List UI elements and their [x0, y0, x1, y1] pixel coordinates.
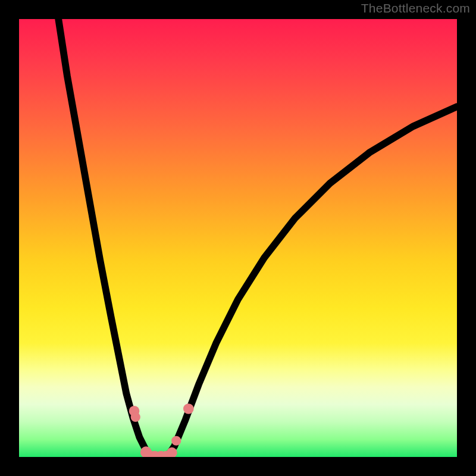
marker-dot [183, 403, 194, 414]
watermark-text: TheBottleneck.com [361, 1, 470, 15]
chart-svg [19, 19, 457, 457]
curve-right-branch [168, 107, 457, 456]
marker-dot [131, 412, 140, 422]
marker-dot [171, 436, 181, 446]
chart-frame: TheBottleneck.com [0, 0, 476, 476]
plot-area [19, 19, 457, 457]
curve-left-branch [58, 19, 151, 456]
